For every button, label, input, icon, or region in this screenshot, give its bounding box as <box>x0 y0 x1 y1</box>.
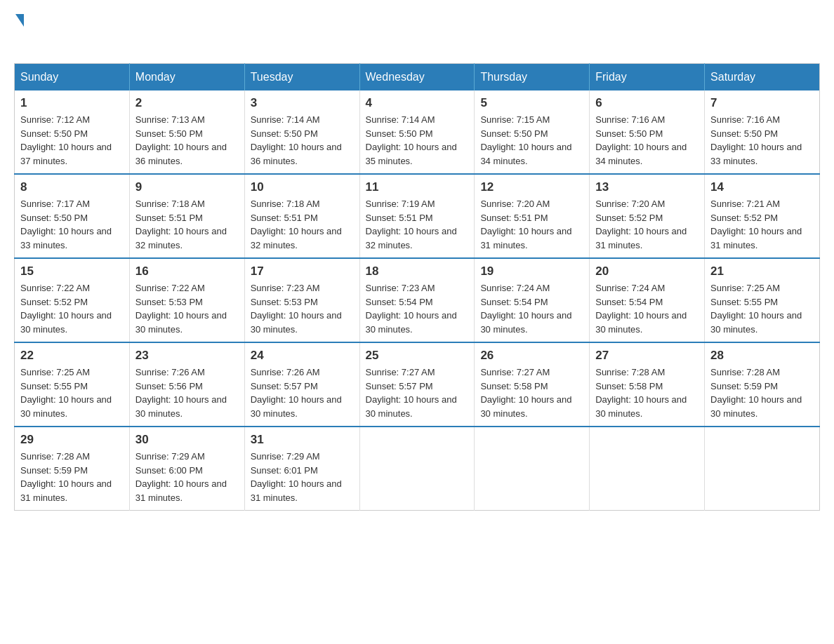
calendar-cell: 23Sunrise: 7:26 AMSunset: 5:56 PMDayligh… <box>129 342 244 427</box>
calendar-cell: 11Sunrise: 7:19 AMSunset: 5:51 PMDayligh… <box>359 174 475 258</box>
header-sunday: Sunday <box>15 64 130 91</box>
calendar-cell: 8Sunrise: 7:17 AMSunset: 5:50 PMDaylight… <box>15 174 130 258</box>
header-thursday: Thursday <box>475 64 590 91</box>
calendar-cell: 25Sunrise: 7:27 AMSunset: 5:57 PMDayligh… <box>359 342 475 427</box>
day-number: 22 <box>20 349 124 363</box>
day-number: 8 <box>20 180 124 194</box>
header-wednesday: Wednesday <box>359 64 475 91</box>
day-info: Sunrise: 7:23 AMSunset: 5:53 PMDaylight:… <box>251 281 354 336</box>
day-number: 19 <box>480 264 583 279</box>
day-info: Sunrise: 7:24 AMSunset: 5:54 PMDaylight:… <box>595 281 699 336</box>
calendar-header-row: SundayMondayTuesdayWednesdayThursdayFrid… <box>15 64 820 91</box>
day-info: Sunrise: 7:18 AMSunset: 5:51 PMDaylight:… <box>251 197 354 252</box>
day-number: 24 <box>251 349 354 363</box>
calendar-cell: 20Sunrise: 7:24 AMSunset: 5:54 PMDayligh… <box>590 258 705 342</box>
calendar-cell: 30Sunrise: 7:29 AMSunset: 6:00 PMDayligh… <box>129 427 244 511</box>
calendar-week-row: 22Sunrise: 7:25 AMSunset: 5:55 PMDayligh… <box>15 342 820 427</box>
day-number: 3 <box>251 96 354 110</box>
calendar-cell: 19Sunrise: 7:24 AMSunset: 5:54 PMDayligh… <box>475 258 590 342</box>
day-info: Sunrise: 7:18 AMSunset: 5:51 PMDaylight:… <box>135 197 239 252</box>
logo <box>14 14 24 49</box>
day-number: 7 <box>710 96 814 110</box>
calendar-cell: 6Sunrise: 7:16 AMSunset: 5:50 PMDaylight… <box>590 90 705 174</box>
day-info: Sunrise: 7:25 AMSunset: 5:55 PMDaylight:… <box>710 281 814 336</box>
calendar-cell: 10Sunrise: 7:18 AMSunset: 5:51 PMDayligh… <box>244 174 359 258</box>
calendar-cell: 29Sunrise: 7:28 AMSunset: 5:59 PMDayligh… <box>15 427 130 511</box>
day-number: 26 <box>480 349 583 363</box>
day-info: Sunrise: 7:22 AMSunset: 5:52 PMDaylight:… <box>20 281 124 336</box>
calendar-cell: 7Sunrise: 7:16 AMSunset: 5:50 PMDaylight… <box>705 90 820 174</box>
calendar-cell <box>705 427 820 511</box>
day-number: 14 <box>710 180 814 194</box>
calendar-cell: 17Sunrise: 7:23 AMSunset: 5:53 PMDayligh… <box>244 258 359 342</box>
day-number: 9 <box>135 180 239 194</box>
day-info: Sunrise: 7:13 AMSunset: 5:50 PMDaylight:… <box>135 113 239 168</box>
day-number: 17 <box>251 264 354 279</box>
day-number: 12 <box>480 180 583 194</box>
calendar-cell: 18Sunrise: 7:23 AMSunset: 5:54 PMDayligh… <box>359 258 475 342</box>
day-number: 2 <box>135 96 239 110</box>
day-info: Sunrise: 7:14 AMSunset: 5:50 PMDaylight:… <box>366 113 469 168</box>
day-number: 11 <box>366 180 469 194</box>
day-info: Sunrise: 7:19 AMSunset: 5:51 PMDaylight:… <box>366 197 469 252</box>
calendar-cell: 22Sunrise: 7:25 AMSunset: 5:55 PMDayligh… <box>15 342 130 427</box>
calendar-cell: 12Sunrise: 7:20 AMSunset: 5:51 PMDayligh… <box>475 174 590 258</box>
calendar-week-row: 1Sunrise: 7:12 AMSunset: 5:50 PMDaylight… <box>15 90 820 174</box>
calendar-cell: 3Sunrise: 7:14 AMSunset: 5:50 PMDaylight… <box>244 90 359 174</box>
calendar-cell: 9Sunrise: 7:18 AMSunset: 5:51 PMDaylight… <box>129 174 244 258</box>
day-number: 4 <box>366 96 469 110</box>
day-number: 13 <box>595 180 699 194</box>
header-monday: Monday <box>129 64 244 91</box>
day-number: 30 <box>135 433 239 447</box>
day-number: 5 <box>480 96 583 110</box>
header-friday: Friday <box>590 64 705 91</box>
day-info: Sunrise: 7:22 AMSunset: 5:53 PMDaylight:… <box>135 281 239 336</box>
page-header <box>14 14 820 49</box>
day-number: 20 <box>595 264 699 279</box>
day-info: Sunrise: 7:20 AMSunset: 5:51 PMDaylight:… <box>480 197 583 252</box>
day-info: Sunrise: 7:16 AMSunset: 5:50 PMDaylight:… <box>710 113 814 168</box>
header-tuesday: Tuesday <box>244 64 359 91</box>
day-number: 29 <box>20 433 124 447</box>
day-info: Sunrise: 7:12 AMSunset: 5:50 PMDaylight:… <box>20 113 124 168</box>
day-info: Sunrise: 7:14 AMSunset: 5:50 PMDaylight:… <box>251 113 354 168</box>
calendar-cell: 13Sunrise: 7:20 AMSunset: 5:52 PMDayligh… <box>590 174 705 258</box>
calendar-cell: 14Sunrise: 7:21 AMSunset: 5:52 PMDayligh… <box>705 174 820 258</box>
day-info: Sunrise: 7:25 AMSunset: 5:55 PMDaylight:… <box>20 365 124 420</box>
day-info: Sunrise: 7:17 AMSunset: 5:50 PMDaylight:… <box>20 197 124 252</box>
day-number: 16 <box>135 264 239 279</box>
calendar-cell: 4Sunrise: 7:14 AMSunset: 5:50 PMDaylight… <box>359 90 475 174</box>
day-number: 31 <box>251 433 354 447</box>
calendar-cell: 26Sunrise: 7:27 AMSunset: 5:58 PMDayligh… <box>475 342 590 427</box>
day-info: Sunrise: 7:26 AMSunset: 5:57 PMDaylight:… <box>251 365 354 420</box>
day-info: Sunrise: 7:29 AMSunset: 6:01 PMDaylight:… <box>251 450 354 504</box>
calendar-cell: 2Sunrise: 7:13 AMSunset: 5:50 PMDaylight… <box>129 90 244 174</box>
day-number: 10 <box>251 180 354 194</box>
day-info: Sunrise: 7:28 AMSunset: 5:59 PMDaylight:… <box>710 365 814 420</box>
day-number: 27 <box>595 349 699 363</box>
calendar-week-row: 29Sunrise: 7:28 AMSunset: 5:59 PMDayligh… <box>15 427 820 511</box>
calendar-cell <box>475 427 590 511</box>
day-number: 6 <box>595 96 699 110</box>
day-number: 25 <box>366 349 469 363</box>
calendar-cell: 28Sunrise: 7:28 AMSunset: 5:59 PMDayligh… <box>705 342 820 427</box>
calendar-cell <box>359 427 475 511</box>
day-info: Sunrise: 7:16 AMSunset: 5:50 PMDaylight:… <box>595 113 699 168</box>
calendar-cell: 15Sunrise: 7:22 AMSunset: 5:52 PMDayligh… <box>15 258 130 342</box>
day-number: 28 <box>710 349 814 363</box>
day-info: Sunrise: 7:24 AMSunset: 5:54 PMDaylight:… <box>480 281 583 336</box>
day-info: Sunrise: 7:27 AMSunset: 5:58 PMDaylight:… <box>480 365 583 420</box>
calendar-cell <box>590 427 705 511</box>
calendar-cell: 1Sunrise: 7:12 AMSunset: 5:50 PMDaylight… <box>15 90 130 174</box>
day-number: 18 <box>366 264 469 279</box>
calendar-cell: 27Sunrise: 7:28 AMSunset: 5:58 PMDayligh… <box>590 342 705 427</box>
calendar-week-row: 8Sunrise: 7:17 AMSunset: 5:50 PMDaylight… <box>15 174 820 258</box>
day-info: Sunrise: 7:27 AMSunset: 5:57 PMDaylight:… <box>366 365 469 420</box>
day-info: Sunrise: 7:26 AMSunset: 5:56 PMDaylight:… <box>135 365 239 420</box>
day-info: Sunrise: 7:29 AMSunset: 6:00 PMDaylight:… <box>135 450 239 504</box>
calendar-cell: 21Sunrise: 7:25 AMSunset: 5:55 PMDayligh… <box>705 258 820 342</box>
day-info: Sunrise: 7:23 AMSunset: 5:54 PMDaylight:… <box>366 281 469 336</box>
calendar-cell: 5Sunrise: 7:15 AMSunset: 5:50 PMDaylight… <box>475 90 590 174</box>
calendar-table: SundayMondayTuesdayWednesdayThursdayFrid… <box>14 63 820 511</box>
calendar-cell: 31Sunrise: 7:29 AMSunset: 6:01 PMDayligh… <box>244 427 359 511</box>
